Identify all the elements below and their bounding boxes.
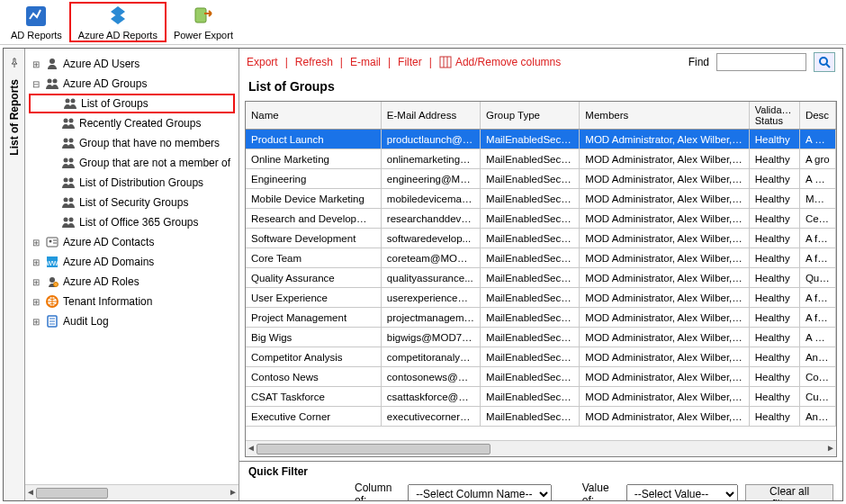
group-icon bbox=[61, 156, 76, 170]
table-row[interactable]: CSAT Taskforcecsattaskforce@M...MailEnab… bbox=[246, 387, 836, 407]
value-of-select[interactable]: --Select Value-- bbox=[626, 484, 739, 500]
tree-item-label: Azure AD Domains bbox=[63, 256, 154, 268]
table-row[interactable]: Core Teamcoreteam@MOD7...MailEnabledSecu… bbox=[246, 248, 836, 268]
column-header-e-mail-address[interactable]: E-Mail Address bbox=[381, 102, 480, 130]
table-row[interactable]: Project Managementprojectmanageme...Mail… bbox=[246, 308, 836, 328]
table-row[interactable]: Contoso Newscontosonews@M...MailEnabledS… bbox=[246, 367, 836, 387]
cell-type: MailEnabledSecurity bbox=[481, 130, 580, 149]
expander-icon[interactable]: ⊞ bbox=[31, 59, 41, 69]
tree-item-list-of-office-365-groups[interactable]: List of Office 365 Groups bbox=[29, 212, 235, 232]
quick-filter-title: Quick Filter bbox=[248, 465, 833, 478]
cell-email: csattaskforce@M... bbox=[381, 387, 480, 407]
column-header-validation-status[interactable]: ValidationStatus bbox=[749, 102, 799, 130]
tree-item-label: Tenant Information bbox=[63, 295, 152, 308]
group-icon bbox=[61, 176, 76, 190]
tree-horizontal-scrollbar[interactable]: ◄ ► bbox=[25, 484, 238, 500]
table-row[interactable]: Engineeringengineering@MOD...MailEnabled… bbox=[246, 169, 836, 189]
add-remove-columns-button[interactable]: Add/Remove columns bbox=[439, 56, 561, 68]
tree-item-audit-log[interactable]: ⊞Audit Log bbox=[29, 311, 235, 331]
ribbon-toolbar: AD ReportsAzure AD ReportsPower Export bbox=[0, 0, 846, 45]
pin-icon[interactable] bbox=[9, 58, 20, 68]
tree-item-list-of-groups[interactable]: List of Groups bbox=[29, 94, 235, 113]
table-row[interactable]: Research and Developmentresearchanddevel… bbox=[246, 209, 836, 229]
table-row[interactable]: User Experienceuserexperience@...MailEna… bbox=[246, 288, 836, 308]
table-row[interactable]: Big Wigsbigwigs@MOD799...MailEnabledSecu… bbox=[246, 328, 836, 347]
expander-icon[interactable]: ⊞ bbox=[31, 277, 41, 287]
column-header-desc[interactable]: Desc bbox=[799, 102, 835, 130]
svg-point-17 bbox=[64, 218, 68, 222]
svg-point-4 bbox=[53, 79, 58, 84]
cell-type: MailEnabledSecurity bbox=[481, 407, 580, 427]
cell-email: qualityassurance... bbox=[381, 268, 480, 288]
expander-icon[interactable]: ⊞ bbox=[31, 257, 41, 267]
cell-status: Healthy bbox=[749, 268, 799, 288]
tree-item-list-of-security-groups[interactable]: List of Security Groups bbox=[29, 193, 235, 212]
clear-filters-button[interactable]: Clear all filters... bbox=[745, 484, 833, 500]
tree-item-recently-created-groups[interactable]: Recently Created Groups bbox=[29, 113, 235, 133]
svg-point-14 bbox=[69, 178, 74, 183]
cell-members: MOD Administrator, Alex Wilber, De... bbox=[580, 248, 749, 268]
cell-status: Healthy bbox=[749, 308, 799, 328]
cell-desc: A cas bbox=[799, 328, 835, 347]
cell-desc: Custo bbox=[799, 387, 835, 407]
tree-item-azure-ad-groups[interactable]: ⊟Azure AD Groups bbox=[29, 74, 235, 94]
column-of-select[interactable]: --Select Column Name-- bbox=[408, 484, 552, 500]
tree-item-label: List of Office 365 Groups bbox=[79, 216, 199, 229]
table-row[interactable]: Quality Assurancequalityassurance...Mail… bbox=[246, 268, 836, 288]
cell-email: researchanddevel... bbox=[381, 209, 480, 229]
cell-desc: A foru bbox=[799, 308, 835, 328]
svg-point-10 bbox=[69, 139, 74, 143]
find-input[interactable] bbox=[716, 53, 806, 71]
table-row[interactable]: Executive Cornerexecutivecorner@...MailE… bbox=[246, 407, 836, 427]
table-row[interactable]: Competitor Analysiscompetitoranalysi...M… bbox=[246, 347, 836, 367]
ad-reports-icon bbox=[24, 4, 48, 28]
cell-desc: Comp bbox=[799, 367, 835, 387]
tree-item-group-that-have-no-members[interactable]: Group that have no members bbox=[29, 133, 235, 153]
tab-list-of-reports[interactable]: List of Reports bbox=[8, 74, 21, 161]
cell-name: Mobile Device Marketing bbox=[246, 189, 381, 209]
column-header-group-type[interactable]: Group Type bbox=[481, 102, 580, 130]
column-header-name[interactable]: Name bbox=[246, 102, 381, 130]
tree-item-azure-ad-users[interactable]: ⊞Azure AD Users bbox=[29, 54, 235, 74]
cell-type: MailEnabledSecurity bbox=[481, 209, 580, 229]
cell-status: Healthy bbox=[749, 328, 799, 347]
tree-item-azure-ad-contacts[interactable]: ⊞Azure AD Contacts bbox=[29, 232, 235, 252]
svg-line-36 bbox=[826, 64, 830, 68]
svg-point-26 bbox=[54, 283, 58, 287]
tree-item-tenant-information[interactable]: ⊞Tenant Information bbox=[29, 292, 235, 311]
export-link[interactable]: Export bbox=[247, 56, 278, 68]
table-row[interactable]: Online Marketingonlinemarketing@...MailE… bbox=[246, 149, 836, 169]
expander-icon[interactable]: ⊟ bbox=[31, 79, 41, 89]
table-horizontal-scrollbar[interactable]: ◄ ► bbox=[246, 440, 836, 456]
table-row[interactable]: Software Developmentsoftwaredevelop...Ma… bbox=[246, 229, 836, 248]
filter-link[interactable]: Filter bbox=[398, 56, 422, 68]
cell-email: softwaredevelop... bbox=[381, 229, 480, 248]
svg-point-15 bbox=[64, 198, 68, 202]
expander-icon[interactable]: ⊞ bbox=[31, 238, 41, 248]
email-link[interactable]: E-mail bbox=[350, 56, 381, 68]
ribbon-power-export[interactable]: Power Export bbox=[166, 2, 240, 42]
tree-item-azure-ad-roles[interactable]: ⊞Azure AD Roles bbox=[29, 272, 235, 292]
expander-icon[interactable]: ⊞ bbox=[31, 317, 41, 327]
expander-icon[interactable]: ⊞ bbox=[31, 297, 41, 307]
column-header-members[interactable]: Members bbox=[580, 102, 749, 130]
ribbon-azure-ad-reports[interactable]: Azure AD Reports bbox=[69, 2, 166, 42]
tree-item-group-that-are-not-a-member-of[interactable]: Group that are not a member of bbox=[29, 153, 235, 173]
svg-point-6 bbox=[71, 99, 76, 104]
cell-status: Healthy bbox=[749, 130, 799, 149]
cell-type: MailEnabledSecurity bbox=[481, 169, 580, 189]
table-row[interactable]: Mobile Device Marketingmobiledevicemark.… bbox=[246, 189, 836, 209]
tree-item-list-of-distribution-groups[interactable]: List of Distribution Groups bbox=[29, 173, 235, 193]
power-export-icon bbox=[192, 4, 215, 28]
cell-status: Healthy bbox=[749, 169, 799, 189]
refresh-link[interactable]: Refresh bbox=[295, 56, 333, 68]
svg-point-35 bbox=[820, 58, 827, 65]
tree-item-label: Audit Log bbox=[63, 315, 109, 328]
tree-item-azure-ad-domains[interactable]: ⊞wwAzure AD Domains bbox=[29, 252, 235, 272]
contact-icon bbox=[45, 235, 59, 249]
find-button[interactable] bbox=[814, 52, 835, 72]
table-row[interactable]: Product Launchproductlaunch@M...MailEnab… bbox=[246, 130, 836, 149]
cell-members: MOD Administrator, Alex Wilber, De... bbox=[580, 189, 749, 209]
ribbon-ad-reports[interactable]: AD Reports bbox=[4, 2, 69, 42]
svg-point-25 bbox=[50, 277, 55, 283]
